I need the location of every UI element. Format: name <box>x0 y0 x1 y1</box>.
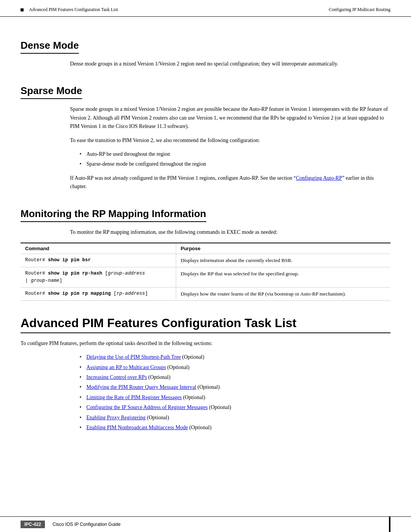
list-item: Increasing Control over RPs (Optional) <box>80 373 390 382</box>
sparse-mode-title: Sparse Mode <box>21 85 82 99</box>
configuring-autorp-link[interactable]: Configuring Auto-RP <box>296 175 342 181</box>
page-header: Advanced PIM Features Configuration Task… <box>0 0 411 17</box>
bullet-suffix-3: (Optional) <box>147 374 170 380</box>
sparse-mode-para3: If Auto-RP was not already configured in… <box>70 174 390 191</box>
table-cell-purpose: Displays the RP that was selected for th… <box>176 267 390 288</box>
advanced-bullets: Delaying the Use of PIM Shortest-Path Tr… <box>80 353 390 432</box>
list-item: Delaying the Use of PIM Shortest-Path Tr… <box>80 353 390 361</box>
cmd-italic-text: group-address <box>108 271 145 276</box>
advanced-intro: To configure PIM features, perform the o… <box>21 339 390 348</box>
bullet-suffix-5: (Optional) <box>182 395 205 400</box>
command-table: Command Purpose Router# show ip pim bsr … <box>21 243 390 301</box>
bullet-link-3[interactable]: Increasing Control over RPs <box>86 374 147 380</box>
dense-mode-section: Dense Mode Dense mode groups in a mixed … <box>21 28 390 68</box>
bullet-link-8[interactable]: Enabling PIM Nonbroadcast Multiaccess Mo… <box>86 425 188 430</box>
table-row: Router# show ip pim bsr Displays informa… <box>21 254 390 267</box>
list-item: Auto-RP be used throughout the region <box>80 150 390 158</box>
list-item: Sparse-dense mode be configured througho… <box>80 160 390 168</box>
dense-mode-title: Dense Mode <box>21 40 79 54</box>
header-right-text: Configuring IP Multicast Routing <box>329 7 390 13</box>
list-item: Configuring the IP Source Address of Reg… <box>80 403 390 412</box>
table-cell-command: Router# show ip pim rp mapping [rp-addre… <box>21 287 176 300</box>
table-cell-purpose: Displays information about the currently… <box>176 254 390 267</box>
footer-page-number: IPC-422 <box>21 521 45 528</box>
bullet-suffix-1: (Optional) <box>181 354 204 360</box>
table-header-row: Command Purpose <box>21 243 390 254</box>
footer-title: Cisco IOS IP Configuration Guide <box>53 522 121 527</box>
page: Advanced PIM Features Configuration Task… <box>0 0 411 532</box>
sparse-mode-section: Sparse Mode Sparse mode groups in a mixe… <box>21 73 390 191</box>
dense-mode-body: Dense mode groups in a mixed Version 1/V… <box>70 60 390 68</box>
bullet-link-6[interactable]: Configuring the IP Source Address of Reg… <box>86 404 208 410</box>
advanced-title: Advanced PIM Features Configuration Task… <box>21 316 390 333</box>
monitoring-section: Monitoring the RP Mapping Information To… <box>21 197 390 301</box>
bullet-suffix-2: (Optional) <box>166 364 190 370</box>
bullet-link-5[interactable]: Limiting the Rate of PIM Register Messag… <box>86 395 182 400</box>
cmd-bold-text: show ip pim rp mapping <box>48 291 111 296</box>
bullet-link-4[interactable]: Modifying the PIM Router Query Message I… <box>86 384 196 390</box>
sparse-mode-para1: Sparse mode groups in a mixed Version 1/… <box>70 105 390 131</box>
main-content: Dense Mode Dense mode groups in a mixed … <box>0 17 411 460</box>
cmd-italic-text: rp-address <box>116 291 145 296</box>
list-item: Modifying the PIM Router Query Message I… <box>80 383 390 391</box>
bullet-suffix-6: (Optional) <box>208 404 231 410</box>
footer-right-border <box>389 517 390 532</box>
cmd-bold-text: show ip pim rp-hash <box>48 271 102 276</box>
bullet-suffix-4: (Optional) <box>196 384 220 390</box>
list-item: Assigning an RP to Multicast Groups (Opt… <box>80 363 390 372</box>
header-left: Advanced PIM Features Configuration Task… <box>21 7 118 13</box>
sparse-mode-para2: To ease the transition to PIM Version 2,… <box>70 136 390 145</box>
table-cell-command: Router# show ip pim rp-hash [group-addre… <box>21 267 176 288</box>
bullet-link-2[interactable]: Assigning an RP to Multicast Groups <box>86 364 166 370</box>
sparse-mode-bullets: Auto-RP be used throughout the region Sp… <box>80 150 390 169</box>
table-cell-command: Router# show ip pim bsr <box>21 254 176 267</box>
bullet-suffix-8: (Optional) <box>188 425 212 430</box>
col-purpose-header: Purpose <box>176 243 390 254</box>
header-bullet-icon <box>21 8 24 11</box>
monitoring-intro: To monitor the RP mapping information, u… <box>70 228 390 236</box>
table-row: Router# show ip pim rp mapping [rp-addre… <box>21 287 390 300</box>
list-item: Enabling PIM Nonbroadcast Multiaccess Mo… <box>80 423 390 432</box>
monitoring-title: Monitoring the RP Mapping Information <box>21 208 206 222</box>
header-left-text: Advanced PIM Features Configuration Task… <box>29 7 118 13</box>
bullet-link-7[interactable]: Enabling Proxy Registering <box>86 415 146 420</box>
col-command-header: Command <box>21 243 176 254</box>
bullet-suffix-7: (Optional) <box>146 415 169 420</box>
table-cell-purpose: Displays how the router learns of the RP… <box>176 287 390 300</box>
sparse-para3-prefix: If Auto-RP was not already configured in… <box>70 175 296 181</box>
list-item: Enabling Proxy Registering (Optional) <box>80 414 390 422</box>
page-footer: IPC-422 Cisco IOS IP Configuration Guide <box>0 516 411 532</box>
cmd-italic-text: group-name <box>31 278 59 283</box>
advanced-section: Advanced PIM Features Configuration Task… <box>21 316 390 432</box>
table-row: Router# show ip pim rp-hash [group-addre… <box>21 267 390 288</box>
list-item: Limiting the Rate of PIM Register Messag… <box>80 393 390 402</box>
cmd-bold-text: show ip pim bsr <box>48 257 91 263</box>
bullet-link-1[interactable]: Delaying the Use of PIM Shortest-Path Tr… <box>86 354 181 360</box>
